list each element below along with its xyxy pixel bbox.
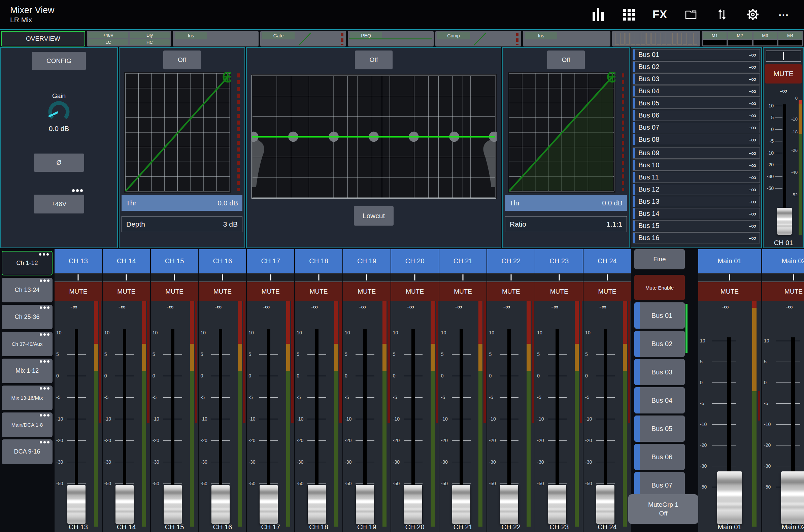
eq-graph[interactable] xyxy=(251,74,497,200)
strip-header[interactable]: CH 22 xyxy=(487,249,535,273)
sends-mini-panel[interactable] xyxy=(612,31,700,46)
routing-grid-icon[interactable] xyxy=(613,4,645,25)
sidebar-item-mix-1-12[interactable]: Mix 1-12 xyxy=(2,359,53,383)
fine-button[interactable]: Fine xyxy=(634,249,685,269)
sidebar-item-mix-13-16-mtx[interactable]: Mix 13-16/Mtx xyxy=(2,385,53,410)
mute-button[interactable]: MUTE xyxy=(698,282,761,301)
strip-header[interactable]: CH 13 xyxy=(55,249,102,273)
bus-send-row[interactable]: Bus 07-∞ xyxy=(633,122,760,133)
phase-button[interactable]: Ø xyxy=(34,154,84,172)
fader-handle[interactable] xyxy=(596,485,614,524)
mute-button[interactable]: MUTE xyxy=(151,282,198,301)
mute-button[interactable]: MUTE xyxy=(247,282,294,301)
bus-send-row[interactable]: Bus 05-∞ xyxy=(633,98,760,109)
fader-handle[interactable] xyxy=(260,485,278,524)
fader-handle[interactable] xyxy=(308,485,326,524)
fader-handle[interactable] xyxy=(717,471,742,524)
bus-send-row[interactable]: Bus 10-∞ xyxy=(633,159,760,171)
eq-state-button[interactable]: Off xyxy=(355,51,393,69)
lowcut-button[interactable]: Lowcut xyxy=(354,206,394,226)
strip-header[interactable]: Main 02 xyxy=(762,249,804,273)
strip-header[interactable]: CH 21 xyxy=(439,249,487,273)
delay-chip[interactable]: Dly xyxy=(130,32,170,38)
insert2-mini-panel[interactable]: Ins xyxy=(523,31,610,46)
bus-send-row[interactable]: Bus 02-∞ xyxy=(633,61,760,72)
mute-button[interactable]: MUTE xyxy=(762,282,804,301)
pan-control[interactable] xyxy=(295,273,342,282)
config-mini-panel[interactable]: +48V Dly LC HC xyxy=(87,31,171,46)
meters-icon[interactable] xyxy=(582,4,613,25)
bus-send-row[interactable]: Bus 01-∞ xyxy=(633,49,760,60)
bus-send-row[interactable]: Bus 11-∞ xyxy=(633,172,760,183)
pan-control[interactable] xyxy=(487,273,535,282)
gate-state-button[interactable]: Off xyxy=(163,51,201,69)
insert1-mini-panel[interactable]: Ins xyxy=(173,31,259,46)
fader-handle[interactable] xyxy=(781,471,804,524)
mute-button[interactable]: MUTE xyxy=(439,282,487,301)
sidebar-item-ch-25-36[interactable]: Ch 25-36 xyxy=(2,305,53,329)
bus-send-row[interactable]: Bus 06-∞ xyxy=(633,110,760,121)
fader-handle[interactable] xyxy=(164,485,182,524)
bus-send-row[interactable]: Bus 08-∞ xyxy=(633,134,760,145)
pan-control[interactable] xyxy=(343,273,390,282)
pan-control[interactable] xyxy=(766,51,801,62)
strip-header[interactable]: Main 01 xyxy=(698,249,761,273)
pan-control[interactable] xyxy=(199,273,246,282)
bus-send-row[interactable]: Bus 03-∞ xyxy=(633,73,760,84)
mute-group-button[interactable]: M4 xyxy=(779,32,802,39)
fader-handle[interactable] xyxy=(356,485,374,524)
pan-control[interactable] xyxy=(391,273,439,282)
fx-icon[interactable]: FX xyxy=(645,4,675,25)
pan-control[interactable] xyxy=(698,273,761,282)
fader-handle[interactable] xyxy=(548,485,566,524)
mute-enable-button[interactable]: Mute Enable xyxy=(634,275,685,300)
mutegrp-button[interactable]: MuteGrp 1 Off xyxy=(628,494,698,524)
more-icon[interactable]: ... xyxy=(768,4,799,25)
pan-control[interactable] xyxy=(151,273,198,282)
mute-button[interactable]: MUTE xyxy=(343,282,390,301)
bus-send-row[interactable]: Bus 14-∞ xyxy=(633,208,760,219)
sidebar-item-ch-1-12[interactable]: Ch 1-12 xyxy=(2,251,53,276)
pan-control[interactable] xyxy=(247,273,294,282)
mute-button[interactable]: MUTE xyxy=(295,282,342,301)
bus-send-row[interactable]: Bus 04-∞ xyxy=(633,86,760,97)
mute-button[interactable]: MUTE xyxy=(535,282,583,301)
strip-header[interactable]: CH 14 xyxy=(103,249,150,273)
gain-knob[interactable] xyxy=(46,100,72,124)
fader-handle[interactable] xyxy=(115,485,134,524)
fader-handle[interactable] xyxy=(67,485,85,524)
comp-ratio-row[interactable]: Ratio 1.1:1 xyxy=(505,216,627,232)
bus-select-bus-03[interactable]: Bus 03 xyxy=(634,359,685,385)
sort-updown-icon[interactable] xyxy=(706,4,737,25)
phantom-chip[interactable]: +48V xyxy=(88,32,128,38)
config-button[interactable]: CONFIG xyxy=(32,52,86,70)
fader-handle[interactable] xyxy=(500,485,518,524)
mute-button[interactable]: MUTE xyxy=(487,282,535,301)
mute-group-button[interactable]: M2 xyxy=(728,32,752,39)
gate-depth-row[interactable]: Depth 3 dB xyxy=(121,216,243,232)
mute-button[interactable]: MUTE xyxy=(199,282,246,301)
sidebar-item-dca-9-16[interactable]: DCA 9-16 xyxy=(2,439,53,464)
strip-header[interactable]: CH 24 xyxy=(583,249,631,273)
peq-mini-panel[interactable]: PEQ xyxy=(348,31,434,46)
strip-header[interactable]: CH 18 xyxy=(295,249,342,273)
pan-control[interactable] xyxy=(55,273,102,282)
fader-handle[interactable] xyxy=(404,485,422,524)
bus-select-bus-05[interactable]: Bus 05 xyxy=(634,416,685,442)
lowcut-chip[interactable]: LC xyxy=(88,39,128,45)
strip-header[interactable]: CH 19 xyxy=(343,249,390,273)
gate-mini-panel[interactable]: Gate xyxy=(260,31,346,46)
bus-send-row[interactable]: Bus 13-∞ xyxy=(633,196,760,207)
bus-send-row[interactable]: Bus 09-∞ xyxy=(633,148,760,158)
bus-select-bus-06[interactable]: Bus 06 xyxy=(634,444,685,470)
comp-mini-panel[interactable]: Comp xyxy=(435,31,521,46)
pan-control[interactable] xyxy=(439,273,487,282)
mute-button[interactable]: MUTE xyxy=(103,282,150,301)
strip-header[interactable]: CH 16 xyxy=(199,249,246,273)
folder-icon[interactable] xyxy=(675,4,706,25)
pan-control[interactable] xyxy=(535,273,583,282)
gear-icon[interactable] xyxy=(737,4,768,25)
mute-button[interactable]: MUTE xyxy=(583,282,631,301)
pan-control[interactable] xyxy=(762,273,804,282)
comp-state-button[interactable]: Off xyxy=(547,51,585,69)
